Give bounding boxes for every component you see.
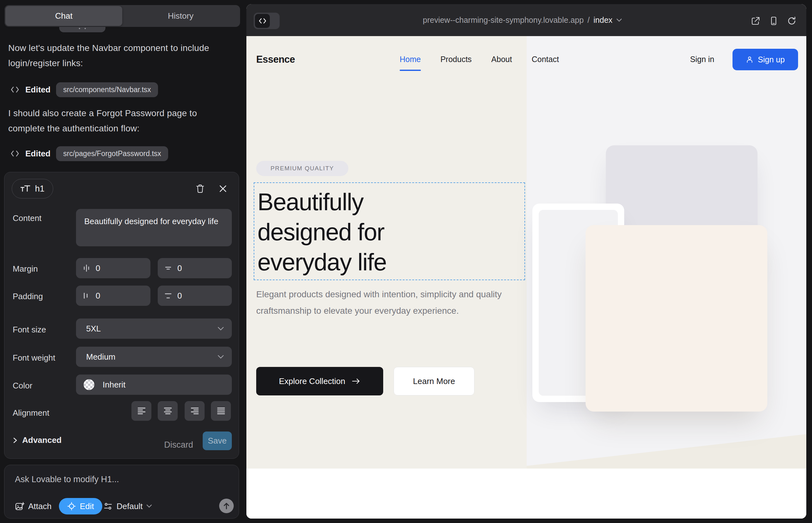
attach-label: Attach	[28, 502, 52, 511]
padding-label: Padding	[13, 292, 43, 301]
align-justify-button[interactable]	[211, 401, 231, 421]
file-chip[interactable]: src/pages/ForgotPassword.tsx	[56, 146, 168, 161]
premium-badge: PREMIUM QUALITY	[256, 161, 348, 176]
padding-x-field[interactable]	[76, 286, 151, 306]
margin-label: Margin	[13, 264, 38, 274]
code-icon	[10, 149, 20, 158]
chevron-down-icon	[217, 326, 224, 331]
chat-history-tabs: Chat History	[4, 5, 240, 27]
margin-y-input[interactable]	[177, 264, 215, 273]
align-left-button[interactable]	[131, 401, 152, 421]
preview-url[interactable]: preview--charming-site-symphony.lovable.…	[423, 4, 622, 36]
sliders-icon	[103, 502, 113, 511]
align-right-button[interactable]	[184, 401, 205, 421]
chevron-down-icon	[616, 18, 622, 22]
margin-horizontal-icon	[82, 264, 91, 272]
signin-link[interactable]: Sign in	[690, 55, 714, 64]
color-select[interactable]: Inherit	[76, 375, 232, 395]
h1-selection-outline[interactable]: Beautifully designed for everyday life	[254, 182, 525, 280]
typography-icon	[20, 184, 31, 193]
nav-link-contact[interactable]: Contact	[532, 55, 559, 64]
discard-button[interactable]: Discard	[163, 436, 194, 454]
arrow-up-icon	[223, 502, 230, 510]
padding-horizontal-icon	[82, 292, 91, 300]
font-weight-select[interactable]: Medium	[76, 347, 232, 367]
learn-more-button[interactable]: Learn More	[394, 367, 474, 395]
model-mode-button[interactable]: Default	[103, 498, 152, 515]
color-swatch-icon	[84, 379, 94, 390]
advanced-toggle[interactable]: Advanced	[13, 435, 61, 445]
delete-element-button[interactable]	[193, 182, 207, 196]
content-textarea[interactable]: Beautifully designed for everyday life	[76, 209, 232, 246]
decorative-wedge	[527, 430, 806, 469]
tab-chat[interactable]: Chat	[5, 6, 122, 26]
margin-vertical-icon	[164, 264, 172, 272]
cta-primary-label: Explore Collection	[279, 376, 346, 386]
close-icon[interactable]	[216, 182, 230, 196]
crosshair-icon	[67, 502, 76, 511]
selected-tag-pill[interactable]: h1	[12, 179, 53, 198]
mobile-view-icon[interactable]	[769, 16, 779, 26]
hero-subtext: Elegant products designed with intention…	[256, 286, 513, 319]
tag-name: h1	[35, 184, 44, 194]
code-icon	[10, 86, 20, 94]
tab-history[interactable]: History	[122, 6, 239, 26]
save-button[interactable]: Save	[203, 432, 232, 450]
chevron-down-icon	[146, 504, 152, 508]
url-host: preview--charming-site-symphony.lovable.…	[423, 16, 584, 25]
font-weight-value: Medium	[86, 352, 115, 362]
headline-line: everyday life	[258, 247, 525, 277]
edited-file-row[interactable]: Edited src/pages/ForgotPassword.tsx	[10, 145, 168, 162]
color-label: Color	[13, 381, 32, 391]
nav-link-products[interactable]: Products	[441, 55, 472, 64]
truncated-chip	[59, 27, 105, 32]
assistant-message: I should also create a Forgot Password p…	[8, 106, 232, 136]
edit-mode-button[interactable]: Edit	[59, 498, 102, 515]
preview-panel: preview--charming-site-symphony.lovable.…	[246, 4, 806, 519]
ellipsis-dots	[77, 28, 87, 30]
hero-section: Essence Home Products About Contact Sign…	[246, 36, 806, 469]
attach-button[interactable]: Attach	[15, 498, 52, 515]
edited-label: Edited	[25, 85, 50, 95]
margin-x-field[interactable]	[76, 258, 151, 278]
font-size-label: Font size	[13, 325, 46, 335]
site-logo[interactable]: Essence	[256, 54, 295, 65]
padding-y-input[interactable]	[177, 291, 215, 301]
chevron-down-icon	[217, 355, 224, 359]
content-label: Content	[13, 213, 41, 223]
composer-input[interactable]	[15, 474, 224, 484]
code-view-toggle[interactable]	[254, 13, 280, 29]
headline-line: Beautifully	[258, 187, 525, 217]
signup-label: Sign up	[758, 55, 785, 64]
align-center-button[interactable]	[158, 401, 178, 421]
url-page: index	[594, 16, 613, 25]
open-in-new-tab-icon[interactable]	[751, 16, 761, 26]
signup-button[interactable]: Sign up	[732, 49, 798, 70]
explore-collection-button[interactable]: Explore Collection	[256, 367, 383, 395]
headline-line: designed for	[258, 217, 525, 247]
hero-headline[interactable]: Beautifully designed for everyday life	[254, 183, 525, 277]
alignment-label: Alignment	[13, 408, 49, 418]
chevron-right-icon	[13, 437, 18, 444]
padding-y-field[interactable]	[158, 286, 232, 306]
code-icon	[255, 14, 270, 28]
margin-y-field[interactable]	[158, 258, 232, 278]
nav-link-about[interactable]: About	[491, 55, 512, 64]
product-card-front	[586, 225, 767, 412]
padding-x-input[interactable]	[96, 291, 134, 301]
advanced-label: Advanced	[22, 435, 61, 445]
margin-x-input[interactable]	[96, 264, 134, 273]
edit-label: Edit	[80, 502, 94, 511]
refresh-icon[interactable]	[787, 16, 797, 26]
chat-composer: Attach Edit Default	[4, 465, 239, 519]
preview-topbar: preview--charming-site-symphony.lovable.…	[246, 4, 806, 36]
nav-link-home[interactable]: Home	[400, 55, 421, 64]
mode-label: Default	[117, 502, 142, 511]
assistant-message: Now let's update the Navbar component to…	[8, 40, 232, 71]
font-size-select[interactable]: 5XL	[76, 319, 232, 339]
file-chip[interactable]: src/components/Navbar.tsx	[56, 82, 158, 97]
edited-label: Edited	[25, 149, 50, 159]
url-separator: /	[587, 16, 590, 25]
edited-file-row[interactable]: Edited src/components/Navbar.tsx	[10, 81, 158, 98]
send-button[interactable]	[219, 499, 234, 513]
